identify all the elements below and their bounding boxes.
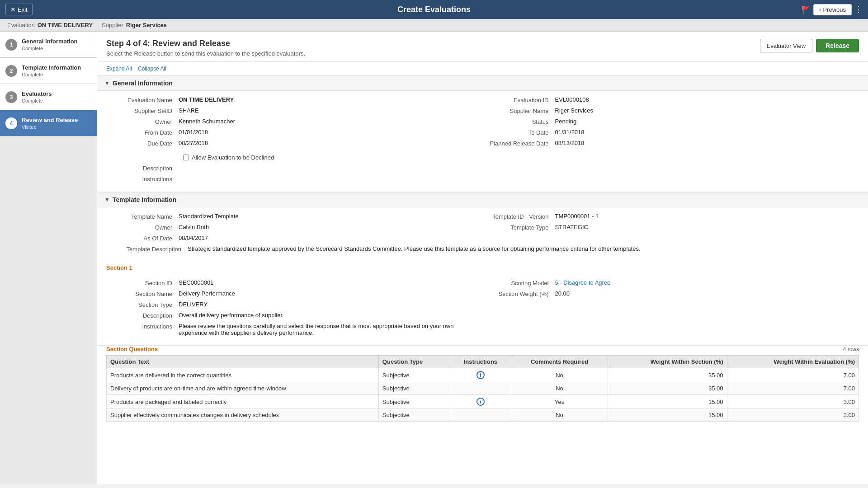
general-info-section-header[interactable]: ▼ General Information (97, 75, 868, 91)
step-num-3: 3 (5, 91, 17, 103)
rows-count: 4 rows (843, 346, 859, 352)
evaluator-view-button[interactable]: Evaluator View (760, 39, 812, 52)
sidebar-item-evaluators[interactable]: 3 Evaluators Complete (0, 84, 97, 110)
scoring-model-value[interactable]: 5 - Disagree to Agree (555, 279, 859, 286)
section-id-value: SEC0000001 (179, 279, 483, 286)
template-asofdate-label: As Of Date (106, 235, 179, 242)
question-type-cell: Subjective (378, 409, 450, 422)
supplier-name-value: Riger Services (555, 107, 859, 114)
flag-icon: 🚩 (802, 5, 811, 14)
comments-required-cell: No (511, 382, 608, 395)
collapse-icon-template: ▼ (104, 197, 110, 203)
template-id-label: Template ID - Version (483, 213, 555, 220)
previous-label: Previous (823, 6, 846, 13)
planned-release-row: Planned Release Date 08/13/2018 (483, 140, 859, 147)
supplier-setid-value: SHARE (179, 107, 483, 114)
release-button[interactable]: Release (816, 39, 859, 52)
section1-header: Section 1 (97, 260, 868, 274)
evaluation-name-label: Evaluation Name (106, 96, 179, 103)
chevron-left-icon: ‹ (819, 6, 821, 13)
sidebar-item-general[interactable]: 1 General Information Complete (0, 32, 97, 58)
to-date-row: To Date 01/31/2018 (483, 129, 859, 136)
weight-section-cell: 15.00 (608, 395, 727, 409)
general-info-title: General Information (113, 80, 173, 87)
instructions-row: Instructions (106, 175, 859, 183)
from-date-label: From Date (106, 129, 179, 136)
expand-collapse-bar: Expand All Collapse All (97, 62, 868, 75)
instructions-cell (450, 382, 511, 395)
weight-evaluation-cell: 7.00 (727, 368, 859, 382)
collapse-icon-general: ▼ (104, 80, 110, 86)
step-num-4: 4 (5, 117, 17, 129)
section-instructions-label: Instructions (106, 323, 179, 330)
exit-button[interactable]: ✕ Exit (5, 4, 33, 15)
section-desc-row: Description Overall delivery performance… (106, 312, 483, 319)
template-asofdate-row: As Of Date 08/04/2017 (106, 235, 483, 242)
sidebar-item-template[interactable]: 2 Template Information Complete (0, 58, 97, 84)
step-subtitle-3: Complete (22, 98, 52, 103)
sidebar-item-review[interactable]: 4 Review and Release Visited (0, 110, 97, 136)
step-title-3: Evaluators (22, 90, 52, 97)
col-question-text: Question Text (107, 356, 379, 368)
owner-label: Owner (106, 118, 179, 125)
question-type-cell: Subjective (378, 395, 450, 409)
template-info-col-left: Template Name Standardized Template Owne… (106, 213, 483, 245)
question-text-cell: Supplier effectively communicates change… (107, 409, 379, 422)
template-type-row: Template Type STRATEGIC (483, 224, 859, 231)
template-info-section-header[interactable]: ▼ Template Information (97, 192, 868, 207)
template-type-label: Template Type (483, 224, 555, 231)
col-weight-section: Weight Within Section (%) (608, 356, 727, 368)
supplier-setid-label: Supplier SetID (106, 107, 179, 114)
weight-section-cell: 35.00 (608, 368, 727, 382)
general-info-col-right: Evaluation ID EVL0000108 Supplier Name R… (483, 96, 859, 150)
collapse-all-link[interactable]: Collapse All (138, 66, 166, 72)
evaluation-label: Evaluation (7, 22, 35, 28)
top-bar-right: 🚩 ‹ Previous ⋮ (802, 4, 863, 15)
supplier-name-label: Supplier Name (483, 107, 555, 114)
allow-decline-label: Allow Evaluation to be Declined (192, 154, 274, 161)
more-options-button[interactable]: ⋮ (854, 5, 863, 14)
evaluation-info: Evaluation ON TIME DELIVERY (7, 22, 93, 28)
evaluation-name-row: Evaluation Name ON TIME DELIVERY (106, 96, 483, 103)
supplier-info: Supplier Riger Services (102, 22, 167, 28)
due-date-row: Due Date 08/27/2018 (106, 140, 483, 147)
expand-all-link[interactable]: Expand All (106, 66, 132, 72)
section-weight-label: Section Weight (%) (483, 290, 555, 297)
info-icon[interactable]: i (476, 398, 485, 406)
section-weight-row: Section Weight (%) 20.00 (483, 290, 859, 297)
due-date-value: 08/27/2018 (179, 140, 483, 146)
planned-release-value: 08/13/2018 (555, 140, 859, 146)
planned-release-label: Planned Release Date (483, 140, 555, 147)
template-type-value: STRATEGIC (555, 224, 859, 230)
allow-decline-checkbox[interactable] (183, 155, 189, 160)
close-icon: ✕ (10, 6, 16, 13)
supplier-value: Riger Services (126, 22, 167, 28)
info-icon[interactable]: i (476, 371, 485, 379)
step-title-4: Review and Release (22, 117, 78, 123)
section1-col-right: Scoring Model 5 - Disagree to Agree Sect… (483, 279, 859, 340)
status-label: Status (483, 118, 555, 125)
page-title: Create Evaluations (397, 5, 471, 14)
weight-evaluation-cell: 3.00 (727, 395, 859, 409)
template-info-form: Template Name Standardized Template Owne… (97, 207, 868, 260)
step-subtitle-1: Complete (22, 46, 78, 51)
instructions-cell: i (450, 368, 511, 382)
question-text-cell: Delivery of products are on-time and are… (107, 382, 379, 395)
step-title-heading: Step 4 of 4: Review and Release (106, 39, 305, 48)
section-name-value: Delivery Performance (179, 290, 483, 297)
step-info-2: Template Information Complete (22, 64, 81, 77)
owner-value: Kenneth Schumacher (179, 118, 483, 125)
weight-section-cell: 35.00 (608, 382, 727, 395)
previous-button[interactable]: ‹ Previous (813, 4, 852, 15)
status-value: Pending (555, 118, 859, 125)
status-row: Status Pending (483, 118, 859, 125)
section-id-row: Section ID SEC0000001 (106, 279, 483, 286)
table-row: Delivery of products are on-time and are… (107, 382, 859, 395)
top-bar: ✕ Exit Create Evaluations 🚩 ‹ Previous ⋮ (0, 0, 868, 19)
from-date-value: 01/01/2018 (179, 129, 483, 136)
template-info-row1: Template Name Standardized Template Owne… (106, 213, 859, 245)
step-title-1: General Information (22, 38, 78, 45)
step-title-2: Template Information (22, 64, 81, 71)
to-date-label: To Date (483, 129, 555, 136)
questions-table-header: Question Text Question Type Instructions… (107, 356, 859, 368)
